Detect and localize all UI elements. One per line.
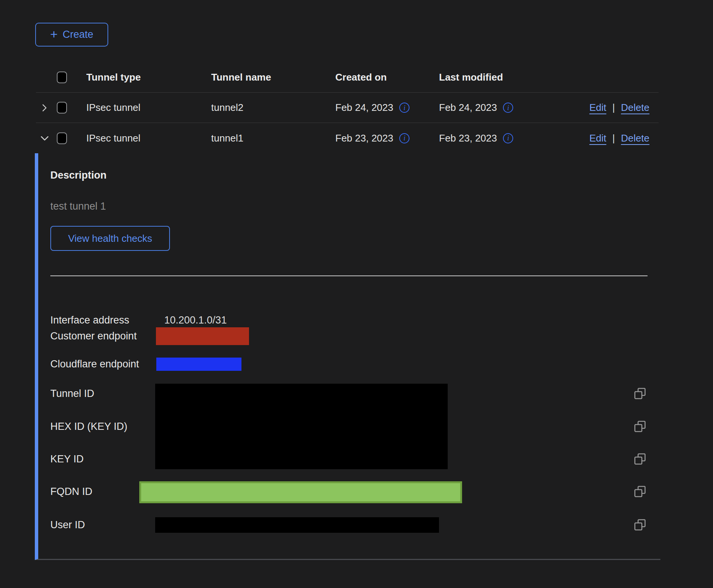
user-id-label: User ID [50, 519, 85, 531]
interface-address-value: 10.200.1.0/31 [164, 314, 227, 326]
column-header-tunnel-type: Tunnel type [81, 72, 206, 83]
user-id-redacted-value [155, 517, 439, 533]
created-on-value: Feb 23, 2023 [335, 132, 393, 144]
section-divider [50, 275, 648, 276]
delete-link[interactable]: Delete [621, 102, 649, 114]
select-all-checkbox[interactable] [57, 72, 67, 83]
tunnels-table: Tunnel type Tunnel name Created on Last … [36, 62, 659, 153]
table-header-row: Tunnel type Tunnel name Created on Last … [36, 62, 659, 93]
tunnel-name-cell: tunnel2 [206, 102, 330, 114]
copy-key-id-button[interactable] [634, 453, 646, 465]
copy-user-id-button[interactable] [634, 518, 646, 531]
info-icon[interactable]: i [503, 103, 513, 113]
ids-redacted-value [155, 384, 448, 469]
copy-fqdn-id-button[interactable] [634, 485, 646, 498]
cloudflare-endpoint-label: Cloudflare endpoint [50, 358, 139, 370]
copy-tunnel-id-button[interactable] [634, 387, 646, 400]
create-button[interactable]: + Create [35, 23, 108, 47]
table-row-tunnel1: IPsec tunnel tunnel1 Feb 23, 2023 i Feb … [36, 123, 659, 153]
action-separator: | [612, 132, 615, 144]
fqdn-id-label: FQDN ID [50, 485, 92, 498]
column-header-tunnel-name: Tunnel name [206, 72, 330, 83]
copy-hex-id-button[interactable] [634, 420, 646, 433]
tunnel-name-cell: tunnel1 [206, 132, 330, 144]
last-modified-value: Feb 23, 2023 [439, 132, 497, 144]
interface-address-label: Interface address [50, 314, 129, 326]
row-checkbox[interactable] [57, 132, 67, 144]
column-header-created-on: Created on [330, 72, 434, 83]
customer-endpoint-label: Customer endpoint [50, 330, 137, 342]
tunnel-type-cell: IPsec tunnel [81, 102, 206, 114]
create-button-label: Create [62, 29, 93, 40]
edit-link[interactable]: Edit [589, 102, 606, 114]
tunnel-type-cell: IPsec tunnel [81, 132, 206, 144]
action-separator: | [612, 102, 615, 114]
tunnels-page: + Create Tunnel type Tunnel name Created… [0, 0, 713, 588]
last-modified-value: Feb 24, 2023 [439, 102, 497, 114]
delete-link[interactable]: Delete [621, 132, 649, 144]
fqdn-id-redacted-value [139, 481, 462, 503]
hex-id-label: HEX ID (KEY ID) [50, 420, 128, 432]
cloudflare-endpoint-redacted-value [156, 358, 241, 371]
edit-link[interactable]: Edit [589, 132, 606, 144]
chevron-right-icon[interactable] [39, 103, 50, 113]
row-checkbox[interactable] [57, 102, 67, 114]
info-icon[interactable]: i [399, 103, 409, 113]
description-label: Description [50, 170, 107, 181]
created-on-value: Feb 24, 2023 [335, 102, 393, 114]
column-header-last-modified: Last modified [434, 72, 544, 83]
chevron-down-icon[interactable] [39, 132, 50, 144]
tunnel-details-panel: Description test tunnel 1 View health ch… [35, 153, 660, 560]
description-value: test tunnel 1 [50, 201, 106, 212]
tunnel-id-label: Tunnel ID [50, 387, 94, 400]
info-icon[interactable]: i [399, 133, 409, 143]
view-health-checks-button[interactable]: View health checks [50, 226, 170, 251]
customer-endpoint-redacted-value [156, 327, 249, 345]
key-id-label: KEY ID [50, 453, 84, 465]
info-icon[interactable]: i [503, 133, 513, 143]
table-row-tunnel2: IPsec tunnel tunnel2 Feb 24, 2023 i Feb … [36, 93, 659, 123]
plus-icon: + [50, 28, 58, 40]
